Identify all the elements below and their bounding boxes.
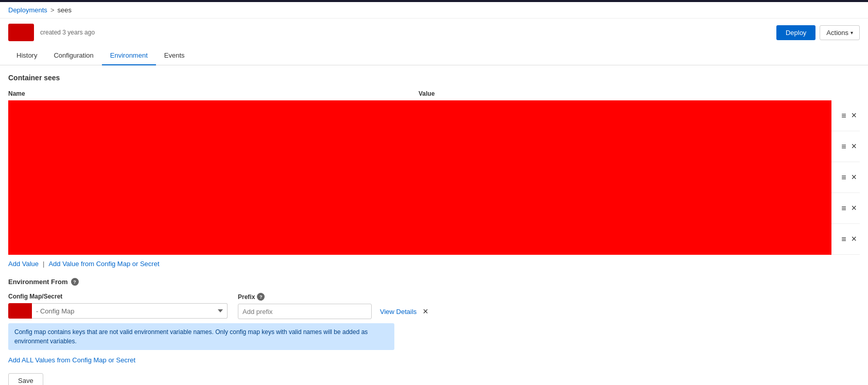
content-area: Container sees Name Value ≡ × ≡ × ≡ × ≡ … — [0, 65, 868, 385]
env-from-label: Environment From — [8, 278, 68, 286]
page-subtitle: created 3 years ago — [40, 29, 95, 36]
name-col-header: Name — [8, 90, 419, 97]
config-row: Config Map/Secret - Config Map Prefix ? — [8, 293, 860, 319]
row-5-side-actions: ≡ × — [831, 224, 860, 255]
tabs-bar: History Configuration Environment Events — [0, 46, 868, 65]
row-4-menu-btn[interactable]: ≡ — [840, 203, 847, 214]
tab-configuration[interactable]: Configuration — [45, 46, 101, 65]
add-separator: | — [43, 260, 44, 268]
page-header-left: created 3 years ago — [8, 24, 95, 41]
breadcrumb-deployments[interactable]: Deployments — [8, 6, 47, 14]
row-2-menu-btn[interactable]: ≡ — [840, 141, 847, 152]
config-select-wrapper: - Config Map — [8, 303, 228, 319]
prefix-col: Prefix ? View Details × — [238, 293, 430, 319]
actions-label: Actions — [826, 29, 848, 37]
env-from-section: Environment From ? Config Map/Secret - C… — [8, 278, 860, 385]
env-red-block — [8, 100, 831, 255]
chevron-down-icon: ▾ — [850, 30, 853, 36]
breadcrumb-separator: > — [50, 6, 55, 14]
config-map-secret-label: Config Map/Secret — [8, 293, 228, 300]
row-3-side-actions: ≡ × — [831, 162, 860, 193]
tab-events[interactable]: Events — [156, 46, 193, 65]
config-row-full: - Config Map — [8, 303, 228, 319]
actions-button[interactable]: Actions ▾ — [820, 25, 860, 40]
tab-history[interactable]: History — [8, 46, 45, 65]
config-row-close-btn[interactable]: × — [421, 306, 430, 317]
env-table-header: Name Value — [8, 88, 860, 99]
row-4-close-btn[interactable]: × — [850, 202, 858, 215]
add-links-row: Add Value | Add Value from Config Map or… — [8, 260, 860, 268]
prefix-input-row: View Details × — [238, 304, 430, 319]
prefix-info-icon[interactable]: ? — [257, 293, 265, 301]
view-details-link[interactable]: View Details — [380, 308, 416, 316]
breadcrumb-current: sees — [57, 6, 71, 14]
env-rows-wrapper: ≡ × ≡ × ≡ × ≡ × ≡ × — [8, 100, 860, 255]
actions-col-header — [829, 90, 860, 97]
config-map-select[interactable]: - Config Map — [32, 303, 228, 319]
row-1-close-btn[interactable]: × — [850, 109, 858, 122]
env-from-title: Environment From ? — [8, 278, 860, 286]
prefix-input[interactable] — [238, 304, 372, 319]
avatar — [8, 24, 34, 41]
config-map-badge — [8, 303, 32, 319]
breadcrumb: Deployments > sees — [0, 2, 868, 19]
container-section-title: Container sees — [8, 74, 860, 82]
warning-message: Config map contains keys that are not va… — [8, 323, 394, 350]
row-2-close-btn[interactable]: × — [850, 140, 858, 153]
tab-environment[interactable]: Environment — [102, 46, 156, 65]
row-5-menu-btn[interactable]: ≡ — [840, 234, 847, 245]
config-map-secret-col: Config Map/Secret - Config Map — [8, 293, 228, 319]
row-3-menu-btn[interactable]: ≡ — [840, 172, 847, 183]
prefix-label: Prefix ? — [238, 293, 430, 301]
row-1-side-actions: ≡ × — [831, 100, 860, 131]
value-col-header: Value — [419, 90, 829, 97]
env-from-info-icon[interactable]: ? — [71, 278, 79, 286]
row-4-side-actions: ≡ × — [831, 193, 860, 224]
row-5-close-btn[interactable]: × — [850, 233, 858, 246]
side-actions-column: ≡ × ≡ × ≡ × ≡ × ≡ × — [831, 100, 860, 255]
page-header-actions: Deploy Actions ▾ — [776, 25, 860, 40]
save-button[interactable]: Save — [8, 373, 43, 385]
row-3-close-btn[interactable]: × — [850, 171, 858, 184]
add-from-config-link[interactable]: Add Value from Config Map or Secret — [48, 260, 159, 268]
add-value-link[interactable]: Add Value — [8, 260, 39, 268]
add-all-values-link[interactable]: Add ALL Values from Config Map or Secret — [8, 356, 860, 364]
deploy-button[interactable]: Deploy — [776, 25, 815, 40]
row-1-menu-btn[interactable]: ≡ — [840, 110, 847, 121]
row-2-side-actions: ≡ × — [831, 131, 860, 162]
page-header: created 3 years ago Deploy Actions ▾ — [0, 19, 868, 46]
